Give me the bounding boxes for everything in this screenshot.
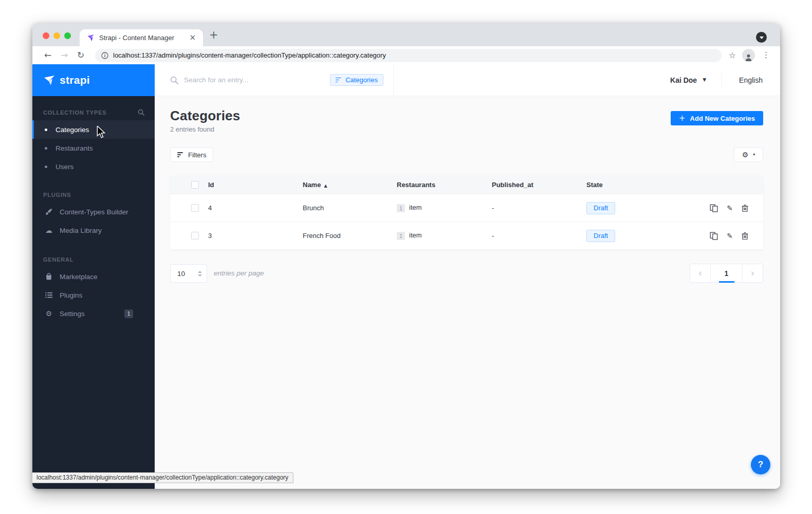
count-label: item: [409, 231, 422, 239]
gear-icon: ⚙: [45, 310, 53, 317]
row-checkbox[interactable]: [191, 204, 199, 212]
chevron-down-icon: ▾: [753, 153, 755, 157]
close-window-button[interactable]: [43, 32, 49, 39]
strapi-favicon: [87, 34, 95, 42]
site-info-icon[interactable]: [101, 52, 108, 59]
current-page[interactable]: 1: [711, 264, 742, 282]
new-tab-button[interactable]: +: [209, 30, 218, 41]
delete-icon[interactable]: [742, 205, 748, 212]
duplicate-icon[interactable]: [710, 232, 718, 240]
page-head: Categories 2 entries found: [170, 108, 240, 133]
strapi-logo[interactable]: strapi: [32, 64, 155, 96]
user-name[interactable]: Kai Doe: [670, 76, 697, 84]
column-header-published-at[interactable]: Published_at: [492, 181, 586, 189]
shopping-bag-icon: [45, 273, 53, 280]
draft-badge: Draft: [586, 202, 615, 214]
search-icon: [170, 76, 178, 84]
browser-tab[interactable]: Strapi - Content Manager ×: [80, 29, 203, 46]
column-header-id[interactable]: Id: [208, 181, 303, 189]
browser-window: Strapi - Content Manager × + ← → ↻ local…: [32, 23, 780, 489]
select-all-checkbox[interactable]: [191, 181, 199, 189]
close-tab-icon[interactable]: ×: [187, 34, 198, 42]
window-controls: [43, 32, 71, 39]
column-header-name[interactable]: Name▲: [303, 181, 397, 189]
back-button[interactable]: ←: [40, 51, 56, 60]
status-bar-url: localhost:1337/admin/plugins/content-man…: [32, 472, 293, 483]
cell-state: Draft: [586, 230, 679, 242]
search-icon[interactable]: [138, 109, 144, 116]
profile-avatar[interactable]: [742, 49, 755, 62]
section-general: GENERAL: [32, 256, 155, 263]
count-badge: 1: [397, 232, 405, 240]
list-icon: [45, 291, 53, 299]
count-badge: 1: [397, 204, 405, 212]
cell-restaurants: 1item: [397, 231, 492, 240]
section-label: GENERAL: [43, 256, 73, 263]
stepper-icon[interactable]: [198, 271, 202, 277]
bullet-icon: [45, 147, 47, 150]
tab-search-button[interactable]: [756, 32, 767, 43]
section-collection-types: COLLECTION TYPES: [32, 109, 155, 116]
sidebar-item-restaurants[interactable]: Restaurants: [32, 139, 155, 157]
column-header-label: Name: [303, 181, 321, 189]
cell-id: 3: [208, 232, 303, 240]
cloud-upload-icon: ☁: [45, 227, 53, 234]
bullet-icon: [45, 166, 47, 168]
table-row[interactable]: 4 Brunch 1item - Draft ✎: [170, 194, 763, 222]
draft-badge: Draft: [586, 230, 615, 242]
edit-icon[interactable]: ✎: [727, 205, 733, 212]
collection-filter-chip[interactable]: Categories: [330, 74, 383, 86]
duplicate-icon[interactable]: [710, 204, 718, 212]
search-input[interactable]: [184, 76, 330, 84]
filter-icon: [336, 78, 341, 83]
chevron-down-icon[interactable]: ▼: [703, 78, 706, 82]
previous-page-button[interactable]: ‹: [690, 264, 711, 282]
add-new-categories-button[interactable]: + Add New Categories: [671, 111, 763, 125]
help-label: ?: [758, 460, 763, 470]
cell-name: French Food: [303, 232, 397, 240]
bookmark-star-icon[interactable]: ☆: [727, 51, 738, 60]
entries-per-page-select[interactable]: 10: [170, 264, 207, 283]
zoom-window-button[interactable]: [64, 32, 71, 39]
column-header-state[interactable]: State: [586, 181, 679, 189]
edit-icon[interactable]: ✎: [727, 232, 733, 240]
toolbar-actions: ☆ ⋮: [727, 49, 773, 62]
locale-label[interactable]: English: [739, 76, 763, 84]
sidebar-item-users[interactable]: Users: [32, 157, 155, 176]
sidebar-item-categories[interactable]: Categories: [32, 120, 155, 139]
forward-button: →: [56, 51, 72, 60]
row-actions: ✎: [710, 232, 763, 240]
sidebar-item-label: Users: [56, 163, 73, 171]
filters-button[interactable]: Filters: [170, 148, 213, 162]
sidebar-item-label: Categories: [56, 126, 89, 134]
tab-strip: Strapi - Content Manager × +: [32, 23, 780, 46]
column-header-restaurants[interactable]: Restaurants: [397, 181, 492, 189]
delete-icon[interactable]: [742, 232, 748, 240]
strapi-admin: strapi COLLECTION TYPES Categories Resta…: [32, 64, 780, 489]
sidebar-item-label: Restaurants: [56, 144, 93, 152]
row-checkbox[interactable]: [191, 232, 199, 240]
sidebar-item-media-library[interactable]: ☁ Media Library: [32, 221, 155, 240]
sidebar-item-settings[interactable]: ⚙ Settings 1: [32, 304, 155, 323]
per-page-label: entries per page: [214, 269, 264, 277]
count-label: item: [409, 204, 422, 211]
add-button-label: Add New Categories: [690, 115, 755, 122]
sidebar: strapi COLLECTION TYPES Categories Resta…: [32, 64, 155, 489]
sidebar-item-content-types-builder[interactable]: Content-Types Builder: [32, 203, 155, 221]
table-settings-button[interactable]: ⚙ ▾: [734, 148, 763, 162]
next-page-button[interactable]: ›: [742, 264, 763, 282]
row-actions: ✎: [710, 204, 763, 212]
minimize-window-button[interactable]: [53, 32, 60, 39]
table-row[interactable]: 3 French Food 1item - Draft ✎: [170, 222, 763, 249]
sidebar-item-plugins[interactable]: Plugins: [32, 286, 155, 304]
sidebar-item-marketplace[interactable]: Marketplace: [32, 267, 155, 286]
help-button[interactable]: ?: [751, 455, 770, 474]
reload-button[interactable]: ↻: [72, 51, 89, 60]
cell-published-at: -: [492, 204, 586, 212]
browser-menu-icon[interactable]: ⋮: [759, 51, 773, 59]
filters-label: Filters: [188, 151, 206, 159]
bullet-icon: [45, 128, 47, 131]
sidebar-item-label: Content-Types Builder: [60, 208, 128, 216]
url-text: localhost:1337/admin/plugins/content-man…: [113, 51, 386, 59]
address-bar[interactable]: localhost:1337/admin/plugins/content-man…: [95, 49, 722, 62]
